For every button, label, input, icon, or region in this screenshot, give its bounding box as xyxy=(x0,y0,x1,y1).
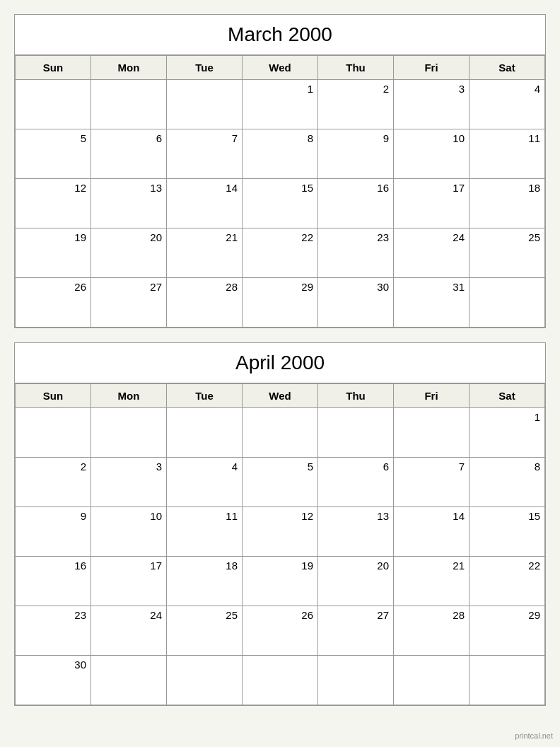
day-cell-6: 6 xyxy=(318,458,394,507)
day-cell-30: 30 xyxy=(318,278,394,328)
watermark: printcal.net xyxy=(515,731,553,740)
day-cell-11: 11 xyxy=(469,129,545,179)
table-row: 9101112131415 xyxy=(16,507,545,557)
empty-cell xyxy=(469,656,545,705)
day-cell-19: 19 xyxy=(243,557,318,606)
day-cell-5: 5 xyxy=(243,458,318,507)
day-cell-16: 16 xyxy=(16,557,91,606)
day-cell-12: 12 xyxy=(16,179,91,228)
day-cell-2: 2 xyxy=(318,80,394,129)
table-row: 1234 xyxy=(16,80,545,129)
day-cell-28: 28 xyxy=(394,606,469,656)
empty-cell xyxy=(394,408,469,458)
day-header-sun: Sun xyxy=(16,56,91,80)
table-row: 16171819202122 xyxy=(16,557,545,606)
table-row: 567891011 xyxy=(16,129,545,179)
empty-cell xyxy=(91,408,167,458)
day-cell-10: 10 xyxy=(394,129,469,179)
day-cell-25: 25 xyxy=(167,606,243,656)
day-cell-4: 4 xyxy=(469,80,545,129)
day-header-fri: Fri xyxy=(394,56,469,80)
day-cell-21: 21 xyxy=(167,228,243,278)
day-cell-6: 6 xyxy=(91,129,167,179)
day-cell-9: 9 xyxy=(16,507,91,557)
day-cell-31: 31 xyxy=(394,278,469,328)
day-cell-11: 11 xyxy=(167,507,243,557)
day-cell-20: 20 xyxy=(318,557,394,606)
empty-cell xyxy=(167,408,243,458)
day-cell-22: 22 xyxy=(243,228,318,278)
day-header-thu: Thu xyxy=(318,56,394,80)
day-cell-12: 12 xyxy=(243,507,318,557)
day-cell-4: 4 xyxy=(167,458,243,507)
day-cell-29: 29 xyxy=(243,278,318,328)
day-header-sat: Sat xyxy=(469,56,545,80)
day-cell-22: 22 xyxy=(469,557,545,606)
day-header-wed: Wed xyxy=(243,384,318,408)
day-cell-27: 27 xyxy=(91,278,167,328)
table-row: 23242526272829 xyxy=(16,606,545,656)
day-cell-14: 14 xyxy=(394,507,469,557)
day-header-sat: Sat xyxy=(469,384,545,408)
empty-cell xyxy=(243,408,318,458)
day-cell-3: 3 xyxy=(394,80,469,129)
day-cell-23: 23 xyxy=(318,228,394,278)
day-cell-13: 13 xyxy=(91,179,167,228)
empty-cell xyxy=(91,80,167,129)
day-cell-7: 7 xyxy=(394,458,469,507)
day-cell-17: 17 xyxy=(394,179,469,228)
empty-cell xyxy=(16,408,91,458)
empty-cell xyxy=(469,278,545,328)
table-row: 2345678 xyxy=(16,458,545,507)
day-header-tue: Tue xyxy=(167,56,243,80)
day-cell-19: 19 xyxy=(16,228,91,278)
empty-cell xyxy=(16,80,91,129)
day-cell-14: 14 xyxy=(167,179,243,228)
day-cell-26: 26 xyxy=(16,278,91,328)
empty-cell xyxy=(91,656,167,705)
table-row: 30 xyxy=(16,656,545,705)
day-cell-13: 13 xyxy=(318,507,394,557)
day-cell-27: 27 xyxy=(318,606,394,656)
empty-cell xyxy=(167,80,243,129)
empty-cell xyxy=(167,656,243,705)
empty-cell xyxy=(318,408,394,458)
day-cell-16: 16 xyxy=(318,179,394,228)
day-cell-2: 2 xyxy=(16,458,91,507)
day-cell-20: 20 xyxy=(91,228,167,278)
day-header-tue: Tue xyxy=(167,384,243,408)
day-header-thu: Thu xyxy=(318,384,394,408)
day-cell-3: 3 xyxy=(91,458,167,507)
calendar-april-2000: April 2000SunMonTueWedThuFriSat123456789… xyxy=(14,342,546,706)
day-cell-28: 28 xyxy=(167,278,243,328)
day-cell-8: 8 xyxy=(243,129,318,179)
calendar-march-2000: March 2000SunMonTueWedThuFriSat123456789… xyxy=(14,14,546,328)
day-header-fri: Fri xyxy=(394,384,469,408)
day-cell-18: 18 xyxy=(167,557,243,606)
day-cell-26: 26 xyxy=(243,606,318,656)
empty-cell xyxy=(394,656,469,705)
day-cell-1: 1 xyxy=(243,80,318,129)
march-2000-title: March 2000 xyxy=(15,15,545,55)
day-cell-10: 10 xyxy=(91,507,167,557)
day-cell-18: 18 xyxy=(469,179,545,228)
day-cell-15: 15 xyxy=(469,507,545,557)
day-cell-23: 23 xyxy=(16,606,91,656)
day-cell-8: 8 xyxy=(469,458,545,507)
empty-cell xyxy=(243,656,318,705)
march-2000-grid: SunMonTueWedThuFriSat1234567891011121314… xyxy=(15,55,545,328)
day-cell-1: 1 xyxy=(469,408,545,458)
day-header-sun: Sun xyxy=(16,384,91,408)
april-2000-grid: SunMonTueWedThuFriSat1234567891011121314… xyxy=(15,383,545,705)
table-row: 12131415161718 xyxy=(16,179,545,228)
table-row: 1 xyxy=(16,408,545,458)
day-cell-5: 5 xyxy=(16,129,91,179)
day-cell-15: 15 xyxy=(243,179,318,228)
april-2000-title: April 2000 xyxy=(15,343,545,383)
day-cell-24: 24 xyxy=(91,606,167,656)
day-cell-9: 9 xyxy=(318,129,394,179)
table-row: 19202122232425 xyxy=(16,228,545,278)
day-cell-7: 7 xyxy=(167,129,243,179)
day-header-wed: Wed xyxy=(243,56,318,80)
day-cell-29: 29 xyxy=(469,606,545,656)
